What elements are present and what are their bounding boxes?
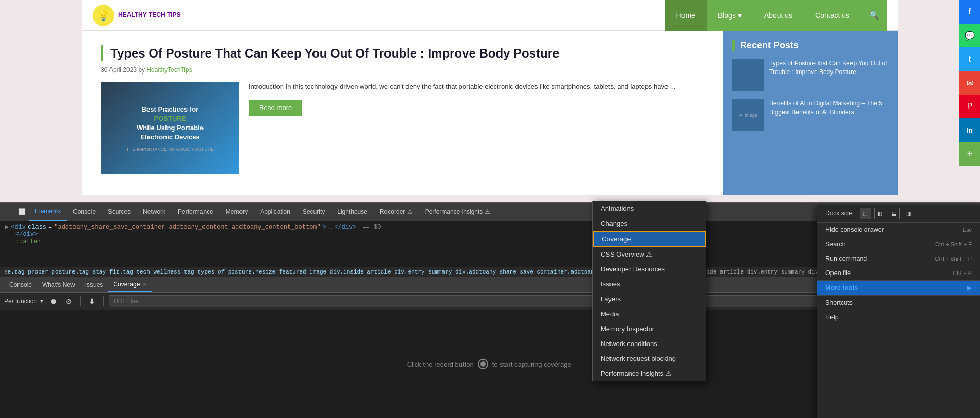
help-action[interactable]: Help (817, 310, 980, 324)
social-share[interactable]: + (959, 142, 980, 166)
read-more-button[interactable]: Read more (249, 100, 302, 116)
dock-side-section: Dock side ⬚ ◧ ⬓ ◨ (817, 205, 980, 223)
open-file-label: Open file (825, 269, 851, 277)
right-panel-actions: Hide console drawer Esc Search Ctrl + Sh… (817, 223, 980, 281)
dock-undock-icon[interactable]: ⬚ (860, 208, 871, 219)
record-button[interactable]: ⏺ (47, 295, 60, 307)
open-file-action[interactable]: Open file Ctrl + P (817, 266, 980, 280)
site-header: 💡 HEALTHY TECH TIPS Home Blogs ▾ About u… (82, 0, 898, 31)
article-image: Best Practices forPOSTUREWhile Using Por… (101, 82, 239, 174)
dropdown-item-changes[interactable]: Changes (593, 216, 706, 231)
tab-lighthouse[interactable]: Lighthouse (331, 203, 374, 221)
post-title: Benefits of AI in Digital Marketing – Th… (769, 99, 889, 117)
site-nav: Home Blogs ▾ About us Contact us 🔍 (665, 0, 887, 31)
right-panel: Dock side ⬚ ◧ ⬓ ◨ Hide console drawer Es… (817, 205, 980, 418)
dropdown-item-layers[interactable]: Layers (593, 292, 706, 306)
nav-contact[interactable]: Contact us (804, 0, 861, 31)
logo-text: HEALTHY TECH TIPS (118, 11, 181, 20)
tab-console-bottom[interactable]: Console (4, 277, 37, 292)
search-shortcut: Ctrl + Shift + F (935, 241, 972, 247)
help-label: Help (825, 314, 839, 321)
nav-about[interactable]: About us (753, 0, 804, 31)
tab-recorder[interactable]: Recorder ⚠ (374, 203, 419, 221)
search-action[interactable]: Search Ctrl + Shift + F (817, 237, 980, 251)
url-filter-input[interactable] (109, 295, 897, 307)
hide-console-label: Hide console drawer (825, 226, 884, 233)
list-item[interactable]: Types of Posture that Can Keep You Out o… (732, 59, 889, 91)
dropdown-item-memory-inspector[interactable]: Memory Inspector (593, 321, 706, 336)
dropdown-item-media[interactable]: Media (593, 306, 706, 321)
devtools-inspect-icon[interactable]: ⬚ (0, 203, 14, 221)
social-whatsapp[interactable]: 💬 (959, 24, 980, 47)
nav-blogs[interactable]: Blogs ▾ (707, 0, 753, 31)
chevron-right-icon: ▶ (967, 284, 972, 292)
dropdown-arrow-icon: ▼ (39, 298, 44, 304)
nav-home[interactable]: Home (665, 0, 707, 31)
social-facebook[interactable]: f (959, 0, 980, 24)
tab-issues[interactable]: Issues (80, 277, 108, 292)
tab-performance-insights[interactable]: Performance insights ⚠ (419, 203, 496, 221)
social-pinterest[interactable]: P (959, 95, 980, 118)
dropdown-item-issues[interactable]: Issues (593, 277, 706, 292)
post-title: Types of Posture that Can Keep You Out o… (769, 59, 889, 77)
social-twitter[interactable]: t (959, 47, 980, 71)
tab-security[interactable]: Security (297, 203, 331, 221)
dropdown-item-network-request-blocking[interactable]: Network request blocking (593, 351, 706, 366)
tab-memory[interactable]: Memory (219, 203, 254, 221)
dock-left-icon[interactable]: ◧ (874, 208, 885, 219)
dock-right-icon[interactable]: ◨ (903, 208, 914, 219)
post-thumbnail (732, 59, 764, 91)
logo-icon: 💡 (93, 5, 114, 26)
hide-console-drawer[interactable]: Hide console drawer Esc (817, 223, 980, 237)
tab-elements[interactable]: Elements (29, 203, 67, 221)
hide-console-shortcut: Esc (963, 227, 972, 233)
article-title: Types Of Posture That Can Keep You Out O… (101, 45, 705, 61)
run-command-label: Run command (825, 255, 867, 262)
dropdown-item-developer-resources[interactable]: Developer Resources (593, 262, 706, 277)
article-excerpt: Introduction In this technology-driven w… (249, 82, 705, 93)
dock-side-label: Dock side (825, 210, 853, 217)
nav-search[interactable]: 🔍 (861, 0, 887, 31)
per-function-selector[interactable]: Per function ▼ (4, 298, 44, 305)
social-linkedin[interactable]: in (959, 118, 980, 142)
more-tools-label: More tools (825, 284, 858, 292)
dropdown-item-network-conditions[interactable]: Network conditions (593, 336, 706, 351)
toolbar-separator2 (103, 296, 104, 306)
list-item[interactable]: AI image Benefits of AI in Digital Marke… (732, 99, 889, 131)
tab-sources[interactable]: Sources (102, 203, 137, 221)
dock-bottom-icon[interactable]: ⬓ (889, 208, 900, 219)
more-tools-dropdown: Animations Changes Coverage CSS Overview… (592, 201, 706, 381)
tab-application[interactable]: Application (254, 203, 297, 221)
article-meta: 30 April 2023 by HealthyTechTips (101, 66, 705, 74)
coverage-record-desc: to start capturing coverage. (492, 360, 574, 368)
article-area: Types Of Posture That Can Keep You Out O… (82, 31, 723, 195)
stop-button[interactable]: ⊘ (63, 295, 75, 307)
dropdown-item-performance-insights[interactable]: Performance insights ⚠ (593, 366, 706, 381)
post-thumbnail: AI image (732, 99, 764, 131)
tab-console[interactable]: Console (67, 203, 102, 221)
dropdown-item-coverage[interactable]: Coverage (593, 231, 706, 247)
dropdown-item-css-overview[interactable]: CSS Overview ⚠ (593, 247, 706, 262)
sidebar: Recent Posts Types of Posture that Can K… (723, 31, 898, 195)
per-function-label: Per function (4, 298, 37, 305)
shortcuts-action[interactable]: Shortcuts (817, 296, 980, 310)
devtools-responsive-icon[interactable]: ⬜ (14, 203, 29, 221)
dropdown-item-animations[interactable]: Animations (593, 201, 706, 216)
record-indicator (478, 359, 488, 369)
social-email[interactable]: ✉ (959, 71, 980, 95)
coverage-record-text: Click the record button (407, 360, 474, 368)
site-logo[interactable]: 💡 HEALTHY TECH TIPS (93, 5, 181, 26)
recent-posts-title: Recent Posts (732, 40, 889, 51)
open-file-shortcut: Ctrl + P (953, 270, 972, 276)
search-label: Search (825, 241, 846, 248)
export-button[interactable]: ⬇ (86, 295, 98, 307)
social-sidebar: f 💬 t ✉ P in + (959, 0, 980, 166)
tab-performance[interactable]: Performance (172, 203, 219, 221)
toolbar-separator (80, 296, 81, 306)
tab-network[interactable]: Network (137, 203, 172, 221)
tab-whats-new[interactable]: What's New (37, 277, 80, 292)
run-command-shortcut: Ctrl + Shift + P (935, 256, 972, 262)
more-tools-button[interactable]: More tools ▶ (817, 281, 980, 295)
tab-coverage[interactable]: Coverage × (108, 277, 151, 292)
run-command-action[interactable]: Run command Ctrl + Shift + P (817, 251, 980, 266)
